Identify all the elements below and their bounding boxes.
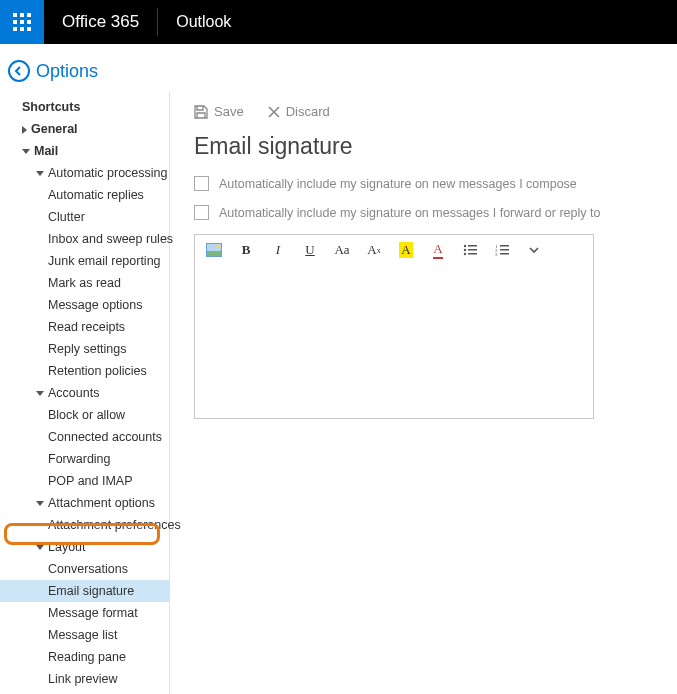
bold-button[interactable]: B [237,241,255,259]
bullet-list-button[interactable] [461,241,479,259]
svg-rect-18 [500,249,509,251]
svg-rect-6 [13,27,17,31]
caret-down-icon [36,391,44,396]
nav-message-format[interactable]: Message format [0,602,169,624]
nav-forwarding[interactable]: Forwarding [0,448,169,470]
checkbox-row-reply-forward: Automatically include my signature on me… [194,205,653,220]
nav-reading-pane[interactable]: Reading pane [0,646,169,668]
number-list-button[interactable]: 123 [493,241,511,259]
nav-email-signature[interactable]: Email signature [0,580,169,602]
caret-down-icon [22,149,30,154]
nav-attachment-prefs[interactable]: Attachment preferences [0,514,169,536]
arrow-left-icon [13,65,25,77]
font-size-button[interactable]: Aa [333,241,351,259]
checkbox-auto-new[interactable] [194,176,209,191]
nav-message-options[interactable]: Message options [0,294,169,316]
svg-point-9 [464,245,466,247]
image-icon [206,243,222,257]
options-title: Options [36,61,98,82]
caret-down-icon [36,501,44,506]
nav-inbox-rules[interactable]: Inbox and sweep rules [0,228,169,250]
caret-down-icon [36,545,44,550]
nav-retention-policies[interactable]: Retention policies [0,360,169,382]
highlight-button[interactable]: A [397,241,415,259]
save-label: Save [214,104,244,119]
svg-rect-12 [468,249,477,251]
nav-layout[interactable]: Layout [0,536,169,558]
more-format-button[interactable] [525,241,543,259]
nav-conversations[interactable]: Conversations [0,558,169,580]
save-button[interactable]: Save [194,104,244,119]
nav-connected-accounts[interactable]: Connected accounts [0,426,169,448]
svg-rect-5 [27,20,31,24]
nav-reply-settings[interactable]: Reply settings [0,338,169,360]
nav-pop-imap[interactable]: POP and IMAP [0,470,169,492]
signature-editor: B I U Aa Ax A A 123 [194,234,594,419]
nav-read-receipts[interactable]: Read receipts [0,316,169,338]
bullets-icon [463,244,477,256]
waffle-icon [13,13,31,31]
nav-attachment-options[interactable]: Attachment options [0,492,169,514]
checkbox-row-new-messages: Automatically include my signature on ne… [194,176,653,191]
nav-block-allow[interactable]: Block or allow [0,404,169,426]
action-bar: Save Discard [194,104,653,119]
underline-button[interactable]: U [301,241,319,259]
insert-image-button[interactable] [205,241,223,259]
checkbox-auto-reply-label: Automatically include my signature on me… [219,206,600,220]
nav-general[interactable]: General [0,118,169,140]
main-pane: Save Discard Email signature Automatical… [170,92,677,694]
nav-shortcuts[interactable]: Shortcuts [0,96,169,118]
nav-clutter[interactable]: Clutter [0,206,169,228]
svg-rect-3 [13,20,17,24]
svg-rect-2 [27,13,31,17]
svg-rect-8 [27,27,31,31]
svg-rect-0 [13,13,17,17]
svg-rect-4 [20,20,24,24]
nav-junk-email[interactable]: Junk email reporting [0,250,169,272]
page-title: Email signature [194,133,653,160]
superscript-button[interactable]: Ax [365,241,383,259]
nav-automatic-replies[interactable]: Automatic replies [0,184,169,206]
nav-accounts[interactable]: Accounts [0,382,169,404]
close-icon [268,106,280,118]
svg-text:3: 3 [495,252,498,256]
nav-link-preview[interactable]: Link preview [0,668,169,690]
italic-button[interactable]: I [269,241,287,259]
save-icon [194,105,208,119]
app-name-label: Outlook [158,13,249,31]
signature-textarea[interactable] [195,265,593,415]
discard-label: Discard [286,104,330,119]
app-launcher-button[interactable] [0,0,44,44]
checkbox-auto-reply[interactable] [194,205,209,220]
nav-mark-as-read[interactable]: Mark as read [0,272,169,294]
settings-nav: Shortcuts General Mail Automatic process… [0,92,170,694]
nav-mail[interactable]: Mail [0,140,169,162]
caret-right-icon [22,126,27,134]
svg-rect-14 [468,253,477,255]
brand-label: Office 365 [44,12,157,32]
nav-message-list[interactable]: Message list [0,624,169,646]
chevron-down-icon [528,244,540,256]
editor-toolbar: B I U Aa Ax A A 123 [195,235,593,265]
font-color-button[interactable]: A [429,241,447,259]
discard-button[interactable]: Discard [268,104,330,119]
app-header: Office 365 Outlook [0,0,677,44]
options-header: Options [0,44,677,92]
checkbox-auto-new-label: Automatically include my signature on ne… [219,177,577,191]
svg-rect-7 [20,27,24,31]
svg-rect-20 [500,253,509,255]
svg-rect-16 [500,245,509,247]
svg-point-13 [464,253,466,255]
svg-point-11 [464,249,466,251]
caret-down-icon [36,171,44,176]
svg-rect-10 [468,245,477,247]
svg-rect-1 [20,13,24,17]
numbered-icon: 123 [495,244,509,256]
back-button[interactable] [8,60,30,82]
nav-automatic-processing[interactable]: Automatic processing [0,162,169,184]
nav-calendar[interactable]: Calendar [0,690,169,694]
